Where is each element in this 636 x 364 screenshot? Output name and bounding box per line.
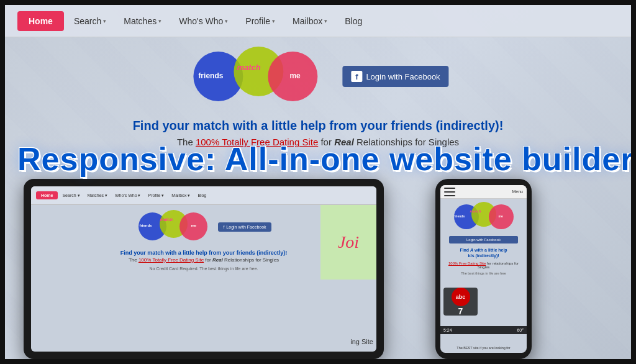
dating-site-text: ing Site [350, 338, 373, 345]
logo-area: friends match me f Login with Facebook [187, 45, 448, 107]
phone-menu-label: Menu [512, 189, 523, 194]
phone-free-dating-link[interactable]: 100% Free Dating Site [448, 262, 486, 265]
tablet-navbar: Home Search ▾ Matches ▾ Who's Who ▾ Prof… [31, 186, 376, 205]
venn-diagram-logo: friends match me [187, 45, 330, 107]
tablet-fb-icon: f [223, 225, 224, 229]
phone-ticker: 5:24 60° [440, 326, 527, 334]
phone-topbar: Menu [440, 185, 527, 199]
headline-main-text: Find your match with a little help from … [101, 117, 535, 134]
facebook-login-label: Login with Facebook [366, 72, 440, 81]
tablet-logo-match: match [160, 217, 173, 222]
phone-venn-logo: friends match me [453, 202, 515, 233]
phone-headline: Find A with a little help ids (indirectl… [440, 245, 527, 260]
tablet-logo-me: me [191, 224, 196, 227]
tablet-nav-whos-who[interactable]: Who's Who ▾ [112, 191, 144, 200]
logo-friends-text: friends [198, 71, 223, 80]
logo-me-text: me [289, 71, 300, 80]
nav-mailbox[interactable]: Mailbox ▾ [285, 11, 335, 31]
phone-fb-button[interactable]: Login with Facebook [449, 236, 518, 243]
tablet-screen: Home Search ▾ Matches ▾ Who's Who ▾ Prof… [31, 186, 376, 352]
phone-logo-match: match [470, 209, 481, 213]
facebook-login-button[interactable]: f Login with Facebook [342, 66, 448, 87]
abc-logo: abc 7 [452, 288, 470, 316]
tablet-nav-profile[interactable]: Profile ▾ [145, 191, 168, 200]
abc-text: abc [456, 294, 466, 300]
phone-mockup: Menu friends match me Login with Faceboo… [435, 179, 532, 359]
nav-matches[interactable]: Matches ▾ [116, 11, 169, 31]
matches-arrow-icon: ▾ [158, 18, 161, 24]
nav-whos-who[interactable]: Who's Who ▾ [171, 11, 235, 31]
tablet-free-dating-link[interactable]: 100% Totally Free Dating Site [139, 257, 204, 263]
nav-search[interactable]: Search ▾ [66, 11, 114, 31]
ticker-time: 5:24 [443, 328, 452, 332]
tablet-nav-mailbox[interactable]: Mailbox ▾ [168, 191, 193, 200]
tablet-nav-blog[interactable]: Blog [194, 191, 209, 199]
phone-screen: Menu friends match me Login with Faceboo… [440, 185, 527, 353]
phone-bottom-text: The BEST site if you are looking for [440, 346, 527, 350]
tablet-nav-matches[interactable]: Matches ▾ [84, 191, 111, 200]
phone-logo-me: me [499, 214, 503, 218]
abc-news-watermark: abc 7 [443, 288, 478, 316]
phone-sub-text: 100% Free Dating Site for relationships … [440, 260, 527, 270]
devices-area: Home Search ▾ Matches ▾ Who's Who ▾ Prof… [5, 173, 631, 359]
tablet-mockup: Home Search ▾ Matches ▾ Who's Who ▾ Prof… [24, 179, 384, 359]
profile-arrow-icon: ▾ [272, 18, 275, 24]
whos-who-arrow-icon: ▾ [225, 18, 228, 24]
tablet-fb-button[interactable]: f Login with Facebook [218, 222, 271, 232]
navbar: Home Search ▾ Matches ▾ Who's Who ▾ Prof… [5, 5, 631, 37]
join-overlay: Joi [320, 205, 376, 280]
tablet-nav-home[interactable]: Home [36, 191, 58, 199]
search-arrow-icon: ▾ [103, 18, 106, 24]
website-background: Home Search ▾ Matches ▾ Who's Who ▾ Prof… [5, 5, 631, 359]
phone-small-text: The best things in life are free [440, 270, 527, 276]
facebook-icon: f [351, 71, 362, 82]
nav-home-button[interactable]: Home [17, 11, 64, 31]
phone-logo-friends: friends [455, 214, 465, 218]
abc-circle: abc [452, 288, 470, 306]
nav-profile[interactable]: Profile ▾ [238, 11, 283, 31]
tablet-venn-logo: friends match me [136, 210, 211, 244]
overlay-text: Responsive: All-in-one website builder [17, 142, 631, 177]
tablet-logo-friends: friends [139, 224, 152, 227]
mailbox-arrow-icon: ▾ [324, 18, 327, 24]
abc-7-text: 7 [458, 306, 463, 316]
ticker-temp: 60° [517, 328, 524, 332]
tablet-fb-label: Login with Facebook [226, 225, 266, 229]
nav-blog[interactable]: Blog [337, 11, 370, 31]
tablet-nav-search[interactable]: Search ▾ [59, 191, 83, 200]
logo-match-text: match [237, 63, 260, 72]
hamburger-icon[interactable] [444, 188, 455, 196]
join-text: Joi [338, 232, 359, 252]
